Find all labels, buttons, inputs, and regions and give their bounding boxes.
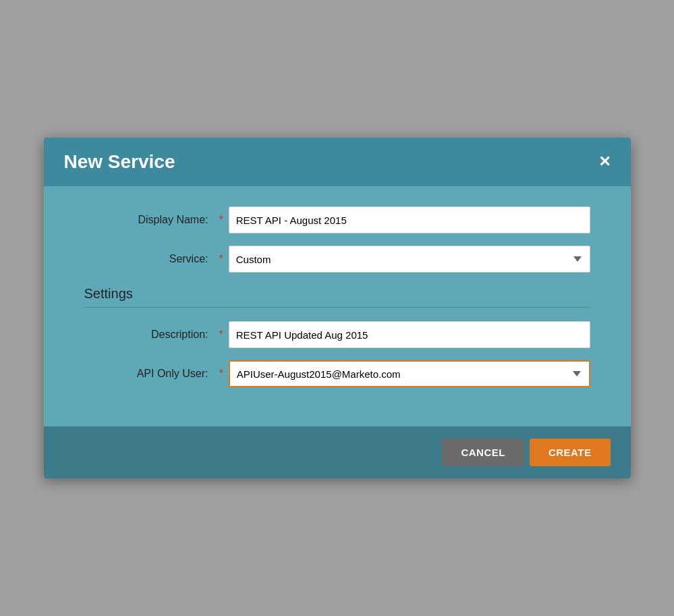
service-row: Service: * Custom REST SOAP [84,246,590,273]
close-button[interactable]: ✕ [598,155,611,169]
display-name-required: * [219,214,223,226]
dialog-overlay: New Service ✕ Display Name: * Service: *… [0,0,674,616]
settings-label: Settings [84,286,590,308]
dialog-footer: CANCEL CREATE [44,426,631,478]
dialog-header: New Service ✕ [44,138,631,186]
dialog-title: New Service [64,151,175,173]
api-only-user-label: API Only User: [84,368,219,380]
service-select[interactable]: Custom REST SOAP [229,246,590,273]
api-only-user-select[interactable]: APIUser-August2015@Marketo.com [229,360,590,387]
dialog-body: Display Name: * Service: * Custom REST S… [44,186,631,426]
settings-section: Settings [84,286,590,308]
display-name-row: Display Name: * [84,206,590,233]
create-button[interactable]: CREATE [530,439,611,466]
api-only-user-required: * [219,368,223,380]
display-name-input[interactable] [229,206,590,233]
cancel-button[interactable]: CANCEL [442,439,524,466]
service-required: * [219,253,223,265]
service-label: Service: [84,253,219,265]
description-row: Description: * [84,321,590,348]
api-only-user-row: API Only User: * APIUser-August2015@Mark… [84,360,590,387]
display-name-label: Display Name: [84,214,219,226]
new-service-dialog: New Service ✕ Display Name: * Service: *… [44,138,631,478]
description-label: Description: [84,329,219,341]
description-required: * [219,329,223,341]
description-input[interactable] [229,321,590,348]
